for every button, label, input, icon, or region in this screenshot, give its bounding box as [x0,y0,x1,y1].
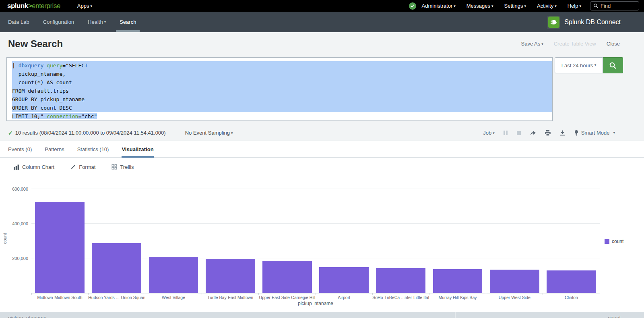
bar-midtown-midtown-south[interactable] [35,202,85,293]
topbar-menu-messages[interactable]: Messages▾ [466,3,493,9]
apps-menu[interactable]: Apps▾ [77,3,92,9]
time-range-picker[interactable]: Last 24 hours▾ [555,57,603,73]
splunk-logo[interactable]: splunk>enterprise [7,2,60,10]
x-axis-title: pickup_ntaname [31,301,600,306]
topbar-menu-label: Messages [466,3,490,9]
logo-splunk-text: splunk [7,2,28,10]
app-identity[interactable]: Splunk DB Connect [547,12,636,32]
chevron-down-icon: ▾ [541,42,543,46]
results-tab-bar: Events (0)PatternsStatistics (10)Visuali… [0,141,644,158]
query-segment-plain [43,62,47,69]
save-as-button[interactable]: Save As▾ [521,41,543,47]
query-line-7: LIMIT 10;" connection="chc" [12,112,552,121]
column-chart-icon [13,164,19,170]
x-axis-tick [372,293,373,295]
plug-icon [548,17,559,28]
bar-slot-airport [316,183,372,293]
chart-legend[interactable]: count [605,239,623,244]
x-axis-tick [88,293,89,295]
logo-enterprise-text: enterprise [32,2,60,10]
query-segment-plain: count(*) AS count [12,79,72,85]
search-mode-label: Smart Mode [581,130,610,136]
chevron-down-icon: ▾ [104,20,106,24]
event-sampling-menu[interactable]: No Event Sampling▾ [185,130,233,136]
search-icon [593,3,599,8]
bar-upper-west-side[interactable] [490,270,539,293]
bar-murray-hill-kips-bay[interactable] [433,269,483,293]
print-button[interactable] [545,130,551,136]
appnav-tab-configuration[interactable]: Configuration [43,12,74,32]
chevron-down-icon: ▾ [90,4,92,8]
appnav-tab-search[interactable]: Search [120,12,136,32]
topbar-menu-help[interactable]: Help▾ [568,3,581,9]
topbar-menu-administrator[interactable]: Administrator▾ [422,3,456,9]
query-segment-plain: FROM default.trips [12,88,69,94]
query-line-5: GROUP BY pickup_ntaname [12,95,552,104]
health-status-badge[interactable] [409,2,416,10]
close-button[interactable]: Close [607,41,620,47]
download-icon [559,130,566,136]
app-nav-tabs: Data LabConfigurationHealth▾Search [8,12,136,32]
legend-swatch [605,239,609,244]
stop-button [516,131,521,135]
find-input[interactable] [601,3,636,9]
search-mode-menu[interactable]: Smart Mode▾ [574,130,615,136]
bar-slot-upper-west-side [486,183,543,293]
tab-statistics-10[interactable]: Statistics (10) [77,141,109,157]
table-column-header-pickup-ntaname[interactable]: pickup_ntaname [0,312,455,318]
bar-slot-hudson-yards-union-square [88,183,145,293]
create-table-view-button: Create Table View [554,41,596,47]
job-menu-label: Job [483,130,491,136]
topbar-menus: Administrator▾Messages▾Settings▾Activity… [422,3,581,9]
topbar-menu-settings[interactable]: Settings▾ [504,3,526,9]
job-status-bar: ✓ 10 results (08/04/2024 11:00:00.000 to… [0,125,644,141]
query-segment-plain: ="SELECT [62,62,88,69]
topbar-menu-activity[interactable]: Activity▾ [537,3,557,9]
search-query-input[interactable]: | dbxquery query="SELECT pickup_ntaname,… [6,57,553,121]
bar-slot-clinton [543,183,600,293]
chevron-down-icon: ▾ [491,4,493,8]
tab-events-0[interactable]: Events (0) [8,141,32,157]
bar-clinton[interactable] [547,270,596,293]
bar-airport[interactable] [319,267,369,293]
topbar-menu-label: Help [568,3,578,9]
bar-soho-tribeca-nter-little-italy[interactable] [376,268,425,293]
query-line-3: count(*) AS count [12,78,552,87]
bar-slot-soho-tribeca-nter-little-italy [372,183,429,293]
trellis-button[interactable]: Trellis [111,164,134,170]
query-segment-param: query [47,62,62,69]
table-column-header-count[interactable]: count [455,312,644,318]
appnav-tab-label: Health [88,19,103,25]
check-icon: ✓ [8,130,13,136]
share-button[interactable] [530,130,536,136]
x-tick-label-turtle-bay-east-midtown: Turtle Bay-East Midtown [202,295,259,300]
bar-west-village[interactable] [149,257,198,293]
export-button[interactable] [559,130,566,136]
x-tick-label-upper-west-side: Upper West Side [486,295,543,300]
app-nav-bar: Data LabConfigurationHealth▾Search Splun… [0,12,644,32]
bar-upper-east-side-carnegie-hill[interactable] [262,261,312,293]
tab-patterns[interactable]: Patterns [45,141,64,157]
time-range-label: Last 24 hours [561,62,593,69]
appnav-tab-health[interactable]: Health▾ [88,12,106,32]
topbar-menu-label: Administrator [422,3,453,9]
appnav-tab-data-lab[interactable]: Data Lab [8,12,29,32]
search-bar-area: | dbxquery query="SELECT pickup_ntaname,… [0,57,644,125]
db-connect-app-icon-frame [547,16,560,29]
run-search-button[interactable] [603,57,623,73]
bar-hudson-yards-union-square[interactable] [92,243,141,293]
chevron-down-icon: ▾ [231,131,233,135]
top-nav-bar: splunk>enterprise Apps▾ Administrator▾Me… [0,0,644,12]
chart-type-label: Column Chart [22,164,54,170]
tab-visualization[interactable]: Visualization [122,141,153,157]
x-axis-tick [429,293,429,295]
bar-turtle-bay-east-midtown[interactable] [206,259,255,293]
pencil-icon [70,164,76,170]
lightbulb-icon [574,130,579,136]
find-search-box[interactable] [590,1,639,10]
job-menu[interactable]: Job▾ [483,130,495,136]
stop-icon [516,131,521,135]
format-button[interactable]: Format [70,164,95,170]
chart-type-button[interactable]: Column Chart [13,164,54,170]
query-line-6: ORDER BY count DESC [12,104,552,112]
